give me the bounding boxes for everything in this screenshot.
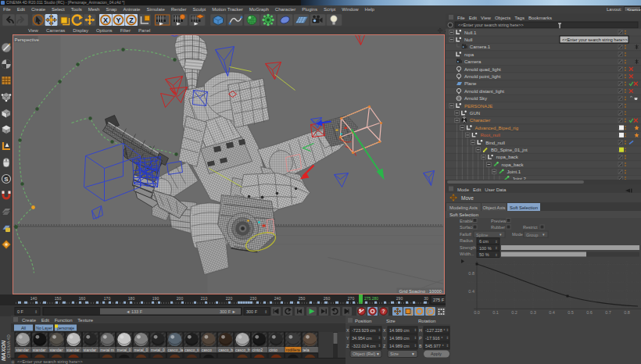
svg-text:File Edit View Objects: File Edit View Objects Tags Bookmarks: [457, 16, 552, 20]
svg-text:-723.929 cm: -723.929 cm: [352, 328, 376, 333]
svg-text:casco_ti: casco_ti: [184, 348, 199, 352]
svg-text:0.0: 0.0: [474, 310, 480, 315]
svg-text:⇕: ⇕: [495, 240, 498, 244]
svg-text:Create Edit Function: Create Edit Function Texture: [22, 318, 94, 323]
svg-text:◄ 133 F: ◄ 133 F: [126, 309, 143, 314]
svg-text:0.2: 0.2: [511, 310, 517, 315]
svg-text:Mode Edit User Data: Mode Edit User Data: [457, 187, 507, 192]
svg-text:standar: standar: [84, 348, 97, 352]
svg-text:Soft Selection: Soft Selection: [449, 212, 478, 217]
svg-text:-17.916 °: -17.916 °: [425, 336, 442, 341]
svg-text:All: All: [21, 326, 26, 330]
svg-text:X: X: [103, 16, 108, 24]
svg-text:PERSONAJE: PERSONAJE: [464, 104, 492, 109]
svg-text:⇕: ⇕: [414, 344, 417, 348]
svg-text:<<Enter your search string her: <<Enter your search string here>>: [458, 23, 524, 27]
svg-text:P: P: [428, 309, 432, 314]
svg-text:⇕: ⇕: [264, 309, 267, 314]
svg-text:BD_Spine_01_jnt: BD_Spine_01_jnt: [491, 148, 528, 152]
svg-text:Camera: Camera: [464, 59, 482, 64]
svg-text:rodillera: rodillera: [286, 348, 300, 352]
svg-text:Soft Selection: Soft Selection: [510, 205, 538, 210]
svg-text:Restrict: Restrict: [523, 225, 538, 230]
svg-text:Move: Move: [461, 195, 474, 201]
svg-text:Null.1: Null.1: [464, 30, 477, 35]
svg-text:Joint.1: Joint.1: [507, 170, 521, 174]
svg-text:GUN: GUN: [470, 111, 480, 116]
svg-text:34.954 cm: 34.954 cm: [352, 336, 372, 341]
svg-text:Object (Rel): Object (Rel): [353, 352, 376, 356]
svg-text:Advanced_Biped_rig: Advanced_Biped_rig: [475, 126, 518, 130]
svg-text:50 %: 50 %: [479, 252, 489, 257]
svg-text:275 F: 275 F: [433, 298, 445, 302]
svg-text:H: H: [419, 328, 422, 333]
svg-text:0.6: 0.6: [586, 310, 593, 315]
svg-text:140: 140: [30, 296, 38, 301]
svg-text:270: 270: [348, 296, 355, 301]
svg-text:Y: Y: [383, 336, 386, 341]
svg-text:⇕: ⇕: [414, 328, 417, 332]
svg-text:⇕: ⇕: [378, 336, 381, 340]
svg-text:0.8: 0.8: [468, 271, 474, 276]
svg-text:290: 290: [396, 296, 403, 301]
svg-text:Arnold distant_light: Arnold distant_light: [464, 89, 504, 94]
svg-text:ropa_back: ropa_back: [502, 162, 525, 167]
svg-text:⇕: ⇕: [378, 344, 381, 348]
svg-text:Size: Size: [386, 319, 396, 323]
svg-text:0.5: 0.5: [568, 310, 574, 315]
svg-text:Null: Null: [464, 37, 472, 42]
svg-text:metal_0: metal_0: [117, 348, 131, 352]
svg-text:Perspective: Perspective: [15, 37, 40, 42]
svg-text:Grid Spacing : 10000 cm: Grid Spacing : 10000 cm: [399, 289, 444, 293]
svg-text:No Layer: No Layer: [36, 326, 52, 330]
svg-text:240: 240: [274, 296, 281, 301]
svg-text:⇕: ⇕: [495, 253, 498, 257]
svg-text:0.4: 0.4: [549, 310, 555, 315]
svg-text:S: S: [4, 176, 9, 183]
svg-text:Bind_null: Bind_null: [485, 141, 505, 145]
svg-text:Camera.1: Camera.1: [470, 45, 491, 49]
svg-text:14.989 cm: 14.989 cm: [389, 336, 410, 341]
svg-text:standar: standar: [16, 348, 29, 352]
svg-text:Z: Z: [129, 16, 134, 24]
svg-text:-322.024 cm: -322.024 cm: [352, 344, 376, 348]
svg-text:Root_null: Root_null: [480, 133, 500, 137]
svg-text:MAXON: MAXON: [1, 340, 6, 361]
svg-text:0.3: 0.3: [530, 310, 536, 315]
svg-text:100 %: 100 %: [479, 246, 492, 251]
svg-text:⇕: ⇕: [446, 336, 449, 340]
svg-text:standar: standar: [66, 348, 80, 352]
svg-text:B: B: [419, 344, 422, 348]
svg-text:Width...: Width...: [460, 252, 474, 256]
svg-text:275.280: 275.280: [364, 296, 378, 301]
svg-text:Falloff: Falloff: [460, 232, 471, 237]
svg-text:Position: Position: [355, 319, 371, 323]
svg-text:150: 150: [55, 296, 62, 301]
svg-text:casco_fr: casco_fr: [235, 348, 250, 352]
svg-text:⇕: ⇕: [446, 328, 449, 332]
svg-text:tela: tela: [303, 348, 309, 352]
svg-text:standar: standar: [49, 348, 63, 352]
svg-text:ropa: ropa: [464, 52, 474, 57]
svg-text:Arnold Sky: Arnold Sky: [464, 96, 487, 101]
svg-text:metal m: metal m: [100, 348, 114, 352]
svg-text:P: P: [419, 336, 422, 341]
svg-text:casco: casco: [202, 348, 212, 352]
svg-text:0.8: 0.8: [624, 310, 630, 315]
svg-text:Strength: Strength: [460, 245, 476, 250]
svg-text:▾: ▾: [377, 352, 379, 356]
svg-text:6 cm: 6 cm: [479, 239, 489, 244]
svg-text:Modeling Axis: Modeling Axis: [449, 205, 478, 210]
svg-text:?: ?: [382, 309, 385, 314]
svg-text:545.977 °: 545.977 °: [425, 344, 444, 348]
svg-text:0.1: 0.1: [492, 310, 499, 315]
svg-text:300 F: 300 F: [246, 309, 258, 314]
svg-text:180: 180: [128, 296, 135, 301]
svg-text:metal_0: metal_0: [134, 348, 148, 352]
svg-text:200: 200: [177, 296, 184, 301]
svg-text:cinto: cinto: [269, 348, 278, 352]
svg-text:ropa_back: ropa_back: [496, 155, 519, 159]
svg-text:160: 160: [79, 296, 86, 301]
svg-text:Rubber: Rubber: [491, 225, 505, 230]
svg-text:⇕: ⇕: [34, 309, 38, 314]
